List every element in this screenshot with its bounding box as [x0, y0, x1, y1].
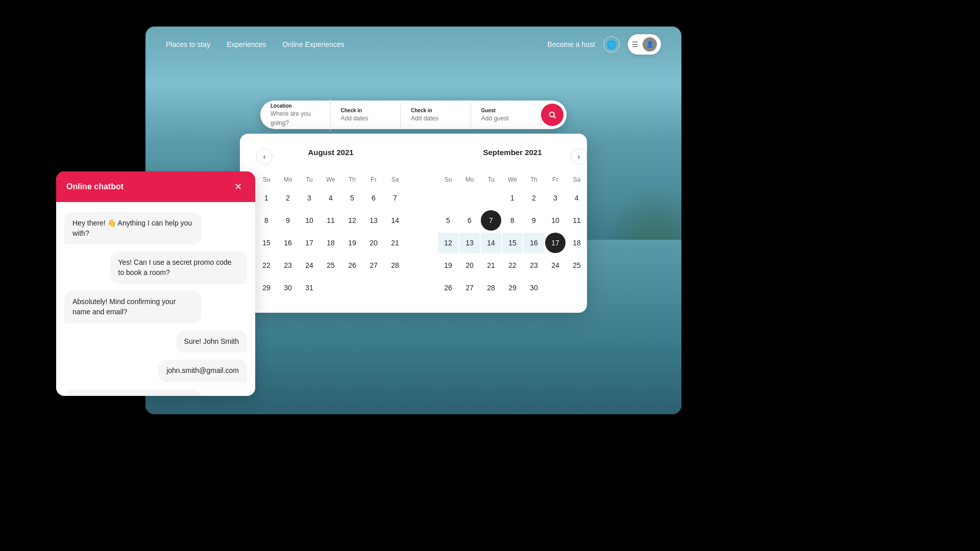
guest-label: Guest: [481, 108, 531, 113]
aug-21[interactable]: 21: [385, 233, 405, 253]
sep-16[interactable]: 16: [524, 233, 544, 253]
sep-empty-3: [481, 188, 501, 208]
aug-15[interactable]: 15: [256, 233, 277, 253]
sep-sat: Sa: [567, 173, 587, 186]
sep-1[interactable]: 1: [502, 188, 523, 208]
guest-field[interactable]: Guest Add guest: [471, 104, 542, 127]
become-host-link[interactable]: Become a host: [548, 40, 595, 48]
sep-17[interactable]: 17: [545, 233, 566, 253]
guest-value: Add guest: [481, 115, 509, 122]
sep-5[interactable]: 5: [438, 210, 458, 231]
sep-3[interactable]: 3: [545, 188, 566, 208]
language-selector[interactable]: 🌐: [603, 36, 620, 53]
aug-12[interactable]: 12: [342, 210, 362, 231]
checkin-label: Check in: [341, 108, 390, 113]
prev-month-button[interactable]: ‹: [256, 148, 273, 165]
aug-7[interactable]: 7: [385, 188, 405, 208]
aug-17[interactable]: 17: [299, 233, 320, 253]
checkout-label: Check in: [411, 108, 460, 113]
aug-2[interactable]: 2: [278, 188, 298, 208]
aug-26[interactable]: 26: [342, 255, 362, 276]
aug-24[interactable]: 24: [299, 255, 320, 276]
message-6: Thanks! Click here to confirm your booki…: [64, 389, 202, 396]
aug-fri: Fr: [363, 173, 384, 186]
sep-6[interactable]: 6: [459, 210, 480, 231]
checkout-field[interactable]: Check in Add dates: [401, 104, 471, 127]
checkin-field[interactable]: Check in Add dates: [331, 104, 401, 127]
chatbot-header: Online chatbot ✕: [56, 171, 255, 202]
sep-20[interactable]: 20: [459, 255, 480, 276]
aug-14[interactable]: 14: [385, 210, 405, 231]
sep-15[interactable]: 15: [502, 233, 523, 253]
sep-11[interactable]: 11: [567, 210, 587, 231]
aug-13[interactable]: 13: [363, 210, 384, 231]
aug-6[interactable]: 6: [363, 188, 384, 208]
message-4: Sure! John Smith: [176, 331, 247, 353]
sep-23[interactable]: 23: [524, 255, 544, 276]
search-button[interactable]: [541, 104, 564, 126]
sep-13[interactable]: 13: [459, 233, 480, 253]
message-5: john.smith@gmail.com: [158, 360, 247, 382]
sep-thu: Th: [524, 173, 544, 186]
sep-9[interactable]: 9: [524, 210, 544, 231]
sep-24[interactable]: 24: [545, 255, 566, 276]
nav-places[interactable]: Places to stay: [166, 40, 210, 48]
aug-16[interactable]: 16: [278, 233, 298, 253]
calendar-popup: ‹ August 2021 Su Mo Tu We Th Fr Sa: [240, 134, 587, 313]
chatbot-close-button[interactable]: ✕: [231, 180, 245, 194]
aug-31[interactable]: 31: [299, 278, 320, 298]
aug-thu: Th: [342, 173, 362, 186]
sep-21[interactable]: 21: [481, 255, 501, 276]
sep-10[interactable]: 10: [545, 210, 566, 231]
august-calendar: ‹ August 2021 Su Mo Tu We Th Fr Sa: [256, 148, 405, 298]
sep-empty-2: [459, 188, 480, 208]
aug-30[interactable]: 30: [278, 278, 298, 298]
svg-line-1: [554, 116, 555, 118]
sep-empty-1: [438, 188, 458, 208]
aug-4[interactable]: 4: [321, 188, 341, 208]
hamburger-icon: ☰: [632, 40, 639, 48]
sep-sun: Su: [438, 173, 458, 186]
aug-22[interactable]: 22: [256, 255, 277, 276]
aug-tue: Tu: [299, 173, 320, 186]
aug-27[interactable]: 27: [363, 255, 384, 276]
sep-7[interactable]: 7: [481, 210, 501, 231]
sep-18[interactable]: 18: [567, 233, 587, 253]
aug-9[interactable]: 9: [278, 210, 298, 231]
next-month-button[interactable]: ›: [571, 148, 587, 165]
sep-12[interactable]: 12: [438, 233, 458, 253]
sep-26[interactable]: 26: [438, 278, 458, 298]
location-label: Location: [271, 103, 320, 109]
sep-19[interactable]: 19: [438, 255, 458, 276]
chatbot-title: Online chatbot: [66, 182, 124, 191]
aug-sun: Su: [256, 173, 277, 186]
sep-2[interactable]: 2: [524, 188, 544, 208]
nav-online[interactable]: Online Experiences: [282, 40, 344, 48]
sep-14[interactable]: 14: [481, 233, 501, 253]
aug-25[interactable]: 25: [321, 255, 341, 276]
aug-8[interactable]: 8: [256, 210, 277, 231]
sep-30[interactable]: 30: [524, 278, 544, 298]
nav-experiences[interactable]: Experiences: [227, 40, 266, 48]
aug-18[interactable]: 18: [321, 233, 341, 253]
location-field[interactable]: Location Where are you going?: [260, 99, 331, 131]
aug-mon: Mo: [278, 173, 298, 186]
aug-10[interactable]: 10: [299, 210, 320, 231]
sep-22[interactable]: 22: [502, 255, 523, 276]
aug-11[interactable]: 11: [321, 210, 341, 231]
sep-8[interactable]: 8: [502, 210, 523, 231]
sep-25[interactable]: 25: [567, 255, 587, 276]
sep-27[interactable]: 27: [459, 278, 480, 298]
user-menu[interactable]: ☰ 👤: [628, 34, 661, 55]
aug-20[interactable]: 20: [363, 233, 384, 253]
sep-28[interactable]: 28: [481, 278, 501, 298]
aug-3[interactable]: 3: [299, 188, 320, 208]
sep-4[interactable]: 4: [567, 188, 587, 208]
sep-29[interactable]: 29: [502, 278, 523, 298]
aug-5[interactable]: 5: [342, 188, 362, 208]
aug-23[interactable]: 23: [278, 255, 298, 276]
aug-1[interactable]: 1: [256, 188, 277, 208]
aug-19[interactable]: 19: [342, 233, 362, 253]
aug-28[interactable]: 28: [385, 255, 405, 276]
aug-29[interactable]: 29: [256, 278, 277, 298]
